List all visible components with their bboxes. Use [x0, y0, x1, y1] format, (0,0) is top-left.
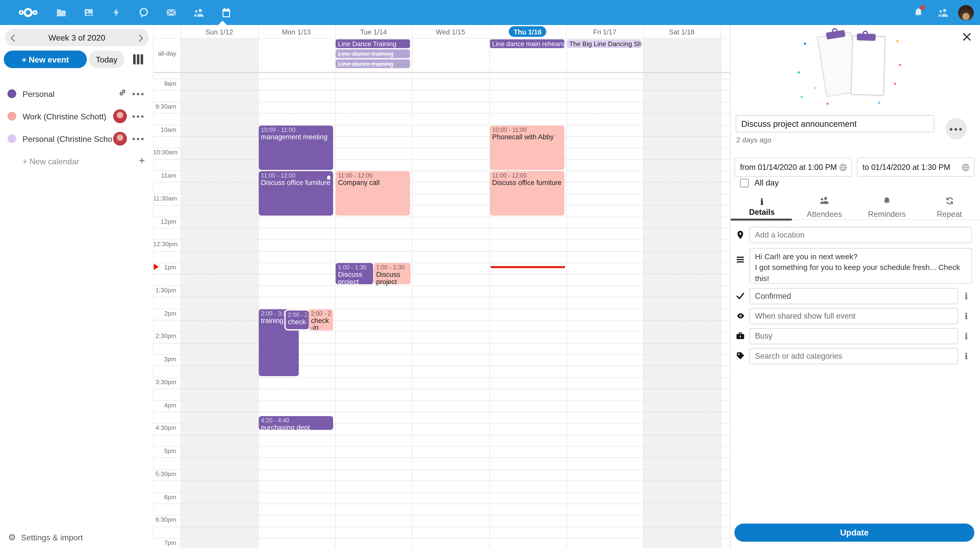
allday-event[interactable]: Line dance training	[336, 59, 410, 68]
activity-app-icon[interactable]	[103, 0, 130, 25]
time-label: 7pm	[153, 539, 178, 546]
day-header-tue[interactable]: Tue 1/14	[335, 25, 412, 38]
update-button[interactable]: Update	[735, 524, 974, 542]
contacts-menu-icon[interactable]	[931, 0, 956, 25]
weekend-shading	[181, 38, 258, 548]
column-border	[720, 25, 721, 548]
notifications-bell-icon[interactable]	[906, 0, 931, 25]
event-card[interactable]: 11:00 - 12:00Discuss office furniture	[490, 171, 564, 216]
time-label: 9am	[153, 80, 178, 87]
time-label: 10am	[153, 126, 178, 133]
nextcloud-logo-icon[interactable]	[9, 0, 48, 25]
allday-event[interactable]: Line Dance Training	[336, 39, 410, 48]
day-header-mon[interactable]: Mon 1/13	[258, 25, 335, 38]
checkbox-box[interactable]	[740, 178, 749, 187]
event-title-input[interactable]	[735, 115, 934, 133]
event-card[interactable]: 11:00 - 12:00Company call	[336, 171, 410, 216]
event-card[interactable]: 11:00 - 12:00Discuss office furniture	[259, 171, 333, 216]
event-card[interactable]: 2:00 - 2:30check-in	[284, 309, 310, 330]
photos-app-icon[interactable]	[75, 0, 103, 25]
day-header-label: Thu 1/16	[509, 26, 546, 37]
day-header-label: Tue 1/14	[360, 28, 387, 35]
status-info-icon[interactable]: i	[962, 291, 970, 301]
timezone-globe-icon[interactable]	[961, 163, 970, 172]
files-app-icon[interactable]	[48, 0, 75, 25]
app-launcher	[9, 0, 240, 25]
time-label: 11:30am	[153, 195, 178, 202]
time-label: 2pm	[153, 310, 178, 316]
allday-event[interactable]: The Big Line Dancing Show	[567, 39, 641, 48]
day-header-label: Mon 1/13	[282, 28, 310, 35]
visibility-info-icon[interactable]: i	[962, 311, 970, 321]
attendees-icon	[819, 196, 829, 208]
location-input[interactable]	[749, 227, 972, 243]
description-icon	[735, 255, 746, 265]
time-label: 3:30pm	[153, 378, 178, 385]
freebusy-info-icon[interactable]: i	[962, 331, 970, 341]
more-actions-button[interactable]: ●●●	[945, 118, 967, 139]
event-card[interactable]: 10:00 - 11:00Phonecall with Abby	[490, 125, 564, 170]
visibility-select[interactable]: When shared show full event	[749, 308, 958, 324]
day-header-sun[interactable]: Sun 1/12	[181, 25, 258, 38]
mail-app-icon[interactable]	[158, 0, 185, 25]
event-card[interactable]: 2:00 - 2:30check-in	[309, 309, 333, 330]
all-day-label: All day	[754, 178, 779, 187]
event-illustration: + + + +	[802, 27, 902, 106]
event-card[interactable]: 10:00 - 11:00management meeting	[259, 125, 333, 170]
event-card[interactable]: 1:00 - 1:30Discuss project	[374, 263, 410, 284]
topbar-right	[906, 0, 980, 25]
event-title: Discuss project announcement	[338, 271, 371, 284]
user-avatar[interactable]	[958, 5, 974, 20]
event-card[interactable]: 4:20 - 4:40purchasing dept	[259, 416, 333, 430]
event-time: 11:00 - 12:00	[492, 172, 563, 179]
tab-details[interactable]: i Details	[731, 195, 793, 219]
event-title: Company call	[338, 179, 408, 187]
tab-reminders[interactable]: Reminders	[856, 195, 918, 219]
start-date-field[interactable]: from 01/14/2020 at 1:00 PM	[735, 157, 852, 177]
talk-app-icon[interactable]	[130, 0, 158, 25]
last-modified-label: 2 days ago	[736, 136, 772, 144]
column-border	[335, 25, 335, 548]
contacts-app-icon[interactable]	[185, 0, 213, 25]
day-header-thu[interactable]: Thu 1/16	[489, 25, 566, 38]
end-date-field[interactable]: to 01/14/2020 at 1:30 PM	[857, 157, 974, 177]
day-header-label: Wed 1/15	[436, 28, 465, 35]
event-time: 1:00 - 1:30	[338, 264, 371, 271]
active-tab-indicator	[731, 219, 792, 221]
tab-repeat[interactable]: Repeat	[918, 195, 980, 219]
column-border	[566, 25, 566, 548]
freebusy-select[interactable]: Busy	[749, 328, 958, 345]
column-border	[412, 25, 412, 548]
day-header-wed[interactable]: Wed 1/15	[412, 25, 489, 38]
time-label: 12pm	[153, 218, 178, 224]
current-time-line	[490, 266, 565, 268]
event-title: Discuss office furniture	[492, 179, 563, 187]
description-textarea[interactable]: Hi Carl! are you in next week? I got som…	[749, 248, 972, 284]
categories-input[interactable]	[749, 348, 958, 364]
time-label: 6pm	[153, 493, 178, 500]
event-editor-panel: + + + + ●●● 2 days ago from 01/14/2020 a…	[730, 25, 980, 548]
day-header-sat[interactable]: Sat 1/18	[643, 25, 720, 38]
all-day-checkbox[interactable]: All day	[735, 178, 779, 187]
location-pin-icon	[735, 230, 746, 240]
close-icon[interactable]	[961, 31, 973, 42]
event-time: 10:00 - 11:00	[261, 126, 331, 133]
timezone-globe-icon[interactable]	[839, 163, 848, 172]
event-title: Phonecall with Abby	[492, 133, 563, 141]
day-header-label: Sun 1/12	[205, 28, 233, 35]
event-card[interactable]: 1:00 - 1:30Discuss project announcement	[336, 263, 373, 284]
allday-event[interactable]: Line dance main rehearsal	[490, 39, 564, 48]
event-title: purchasing dept	[261, 424, 331, 432]
column-border	[489, 25, 490, 548]
calendar-grid[interactable]: 9am9:30am10am10:30am11am11:30am12pm12:30…	[0, 0, 730, 548]
allday-event[interactable]: Line dance training	[336, 49, 410, 58]
status-select[interactable]: Confirmed	[749, 288, 958, 304]
bell-icon	[883, 196, 891, 208]
allday-label: all-day	[153, 50, 178, 57]
day-header-fri[interactable]: Fri 1/17	[566, 25, 643, 38]
tab-attendees[interactable]: Attendees	[793, 195, 856, 219]
start-date-value: from 01/14/2020 at 1:00 PM	[740, 163, 837, 172]
categories-info-icon[interactable]: i	[962, 351, 970, 361]
time-label: 5pm	[153, 447, 178, 454]
event-time: 2:00 - 2:30	[311, 310, 331, 317]
